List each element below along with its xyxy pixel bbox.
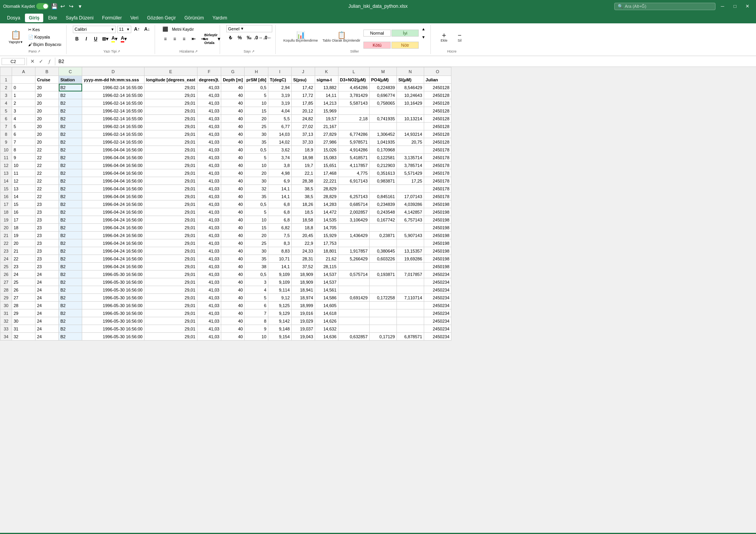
cell-l11[interactable]: 5,418571 bbox=[338, 154, 369, 162]
cell-b10[interactable]: 22 bbox=[35, 146, 59, 154]
cell-h33[interactable]: 9 bbox=[245, 325, 268, 333]
cell-h4[interactable]: 10 bbox=[245, 99, 268, 107]
cell-e21[interactable]: 29,01 bbox=[145, 232, 197, 239]
cell-m9[interactable]: 1,041935 bbox=[369, 138, 397, 146]
cell-c14[interactable]: B2 bbox=[59, 177, 82, 185]
font-increase-button[interactable]: A↑ bbox=[133, 25, 141, 33]
cell-j23[interactable]: 24,33 bbox=[291, 247, 315, 255]
cell-j32[interactable]: 19,029 bbox=[291, 317, 315, 325]
cell-k16[interactable]: 28,829 bbox=[315, 193, 338, 200]
col-header-l[interactable]: L bbox=[338, 67, 369, 76]
cell-o19[interactable]: 2450198 bbox=[424, 216, 451, 224]
menu-formuller[interactable]: Formüller bbox=[98, 14, 126, 22]
cell-i3[interactable]: 3,19 bbox=[268, 91, 291, 99]
cell-j8[interactable]: 37,13 bbox=[291, 130, 315, 138]
row-num-18[interactable]: 18 bbox=[0, 208, 12, 216]
cell-o11[interactable]: 2450178 bbox=[424, 154, 451, 162]
styles-scroll-down[interactable]: ▼ bbox=[419, 33, 427, 41]
cell-i21[interactable]: 7,5 bbox=[268, 232, 291, 239]
bicim-button[interactable]: 🖌 Biçim Boyacısı bbox=[26, 41, 63, 47]
cell-n34[interactable]: 6,878571 bbox=[397, 333, 424, 341]
cell-g18[interactable]: 40 bbox=[221, 208, 245, 216]
fill-color-button[interactable]: A▾ bbox=[110, 35, 119, 43]
merge-button[interactable]: Birleştir ve Ortala▾ bbox=[208, 35, 217, 43]
cell-f1[interactable]: degrees]t. bbox=[197, 76, 221, 84]
cell-j29[interactable]: 18,974 bbox=[291, 294, 315, 302]
row-num-21[interactable]: 21 bbox=[0, 232, 12, 239]
menu-giris[interactable]: Giriş bbox=[25, 14, 43, 22]
cell-k5[interactable]: 15,969 bbox=[315, 107, 338, 115]
cell-o32[interactable]: 2450234 bbox=[424, 317, 451, 325]
cell-g23[interactable]: 40 bbox=[221, 247, 245, 255]
cell-l8[interactable]: 6,774286 bbox=[338, 130, 369, 138]
customize-icon[interactable]: ▾ bbox=[77, 3, 83, 9]
cell-m2[interactable]: 0,224839 bbox=[369, 84, 397, 91]
cell-h30[interactable]: 6 bbox=[245, 302, 268, 309]
cell-a25[interactable]: 23 bbox=[12, 263, 35, 271]
cell-k17[interactable]: 14,283 bbox=[315, 200, 338, 208]
cell-a32[interactable]: 30 bbox=[12, 317, 35, 325]
cell-h28[interactable]: 4 bbox=[245, 286, 268, 294]
cell-c8[interactable]: B2 bbox=[59, 130, 82, 138]
cell-m12[interactable]: 0,212903 bbox=[369, 162, 397, 169]
cell-g11[interactable]: 40 bbox=[221, 154, 245, 162]
cell-h16[interactable]: 35 bbox=[245, 193, 268, 200]
cell-f19[interactable]: 41,03 bbox=[197, 216, 221, 224]
cell-d20[interactable]: 1996-04-24 16:56:00 bbox=[82, 224, 145, 232]
cell-b34[interactable]: 24 bbox=[35, 333, 59, 341]
cell-a21[interactable]: 19 bbox=[12, 232, 35, 239]
cell-b17[interactable]: 23 bbox=[35, 200, 59, 208]
cell-o25[interactable]: 2450198 bbox=[424, 263, 451, 271]
cell-l30[interactable] bbox=[338, 302, 369, 309]
cell-e6[interactable]: 29,01 bbox=[145, 115, 197, 123]
cell-f34[interactable]: 41,03 bbox=[197, 333, 221, 341]
menu-gozden[interactable]: Gözden Geçir bbox=[143, 14, 180, 22]
cell-e7[interactable]: 29,01 bbox=[145, 123, 197, 130]
italic-button[interactable]: I bbox=[82, 35, 91, 43]
cell-j5[interactable]: 20,12 bbox=[291, 107, 315, 115]
cell-l25[interactable] bbox=[338, 263, 369, 271]
cell-n13[interactable]: 5,571429 bbox=[397, 169, 424, 177]
cell-d18[interactable]: 1996-04-24 16:56:00 bbox=[82, 208, 145, 216]
cell-i33[interactable]: 9,148 bbox=[268, 325, 291, 333]
tablo-button[interactable]: 📋 Tablo Olarak Biçimlendir bbox=[321, 31, 362, 43]
cell-n25[interactable] bbox=[397, 263, 424, 271]
col-header-j[interactable]: J bbox=[291, 67, 315, 76]
cell-e26[interactable]: 29,01 bbox=[145, 271, 197, 278]
cell-b8[interactable]: 20 bbox=[35, 130, 59, 138]
cell-h5[interactable]: 15 bbox=[245, 107, 268, 115]
cell-k18[interactable]: 14,472 bbox=[315, 208, 338, 216]
cell-m23[interactable]: 0,380645 bbox=[369, 247, 397, 255]
cell-a11[interactable]: 9 bbox=[12, 154, 35, 162]
cell-f14[interactable]: 41,03 bbox=[197, 177, 221, 185]
row-num-14[interactable]: 14 bbox=[0, 177, 12, 185]
cell-d6[interactable]: 1996-02-14 16:55:00 bbox=[82, 115, 145, 123]
cell-l24[interactable]: 5,266429 bbox=[338, 255, 369, 263]
yazitipi-expand-icon[interactable]: ↗ bbox=[117, 49, 120, 53]
cell-d27[interactable]: 1996-05-30 16:56:00 bbox=[82, 278, 145, 286]
cell-c22[interactable]: B2 bbox=[59, 239, 82, 247]
cell-e23[interactable]: 29,01 bbox=[145, 247, 197, 255]
cell-k14[interactable]: 22,221 bbox=[315, 177, 338, 185]
cell-h26[interactable]: 0,5 bbox=[245, 271, 268, 278]
cell-j33[interactable]: 19,037 bbox=[291, 325, 315, 333]
cell-b28[interactable]: 24 bbox=[35, 286, 59, 294]
cell-e32[interactable]: 29,01 bbox=[145, 317, 197, 325]
cell-b13[interactable]: 22 bbox=[35, 169, 59, 177]
cell-g25[interactable]: 40 bbox=[221, 263, 245, 271]
cell-c33[interactable]: B2 bbox=[59, 325, 82, 333]
cell-e5[interactable]: 29,01 bbox=[145, 107, 197, 115]
cell-d34[interactable]: 1996-05-30 16:56:00 bbox=[82, 333, 145, 341]
style-normal[interactable]: Normal bbox=[363, 30, 391, 37]
cell-b18[interactable]: 23 bbox=[35, 208, 59, 216]
cell-e20[interactable]: 29,01 bbox=[145, 224, 197, 232]
cell-o23[interactable]: 2450198 bbox=[424, 247, 451, 255]
cell-c20[interactable]: B2 bbox=[59, 224, 82, 232]
col-header-i[interactable]: I bbox=[268, 67, 291, 76]
cell-a12[interactable]: 10 bbox=[12, 162, 35, 169]
cell-h15[interactable]: 32 bbox=[245, 185, 268, 193]
cell-l22[interactable] bbox=[338, 239, 369, 247]
col-header-b[interactable]: B bbox=[35, 67, 59, 76]
cell-d11[interactable]: 1996-04-04 16:56:00 bbox=[82, 154, 145, 162]
cell-d26[interactable]: 1996-05-30 16:56:00 bbox=[82, 271, 145, 278]
